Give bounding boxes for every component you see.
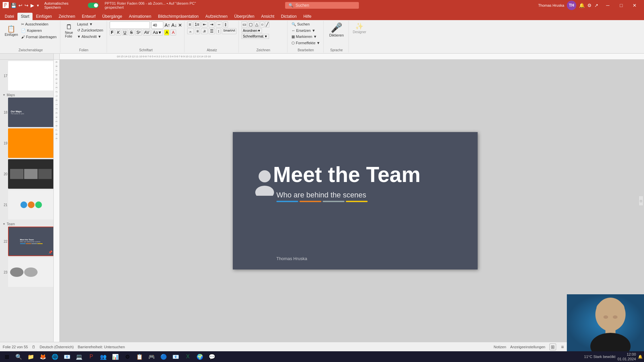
search-taskbar-button[interactable]: 🔍 <box>13 352 24 361</box>
arrange-button[interactable]: Anordnen▼ <box>241 28 262 33</box>
tab-entwurf[interactable]: Entwurf <box>78 13 99 20</box>
start-button[interactable]: ⊞ <box>1 352 12 361</box>
justify-button[interactable]: ☰ <box>209 28 215 34</box>
italic-button[interactable]: K <box>116 29 121 36</box>
accessibility-label[interactable]: Barrierefreiheit: Untersuchen <box>78 345 125 349</box>
shape-circle[interactable]: ○ <box>260 21 264 27</box>
close-button[interactable]: ✕ <box>628 0 641 11</box>
tab-bildschirm[interactable]: Bildschirmpräsentation <box>155 13 202 20</box>
tab-ansicht[interactable]: Ansicht <box>258 13 277 20</box>
shape-triangle[interactable]: △ <box>254 21 259 27</box>
notification-area[interactable]: 🔔 <box>638 355 643 359</box>
highlight-color-button[interactable]: A <box>164 29 169 36</box>
slide-view-icon[interactable]: 🗒 <box>32 345 36 349</box>
cut-button[interactable]: ✂ Ausschneiden <box>20 21 58 27</box>
canvas-area[interactable]: Meet the Team Who are behind the scenes … <box>60 60 644 342</box>
decrease-font-button[interactable]: A↓ <box>171 22 177 28</box>
slide-23-thumb[interactable] <box>8 257 54 287</box>
taskbar-teams[interactable]: 👥 <box>98 352 109 361</box>
tab-zeichnen[interactable]: Zeichnen <box>55 13 78 20</box>
tab-dictation[interactable]: Dictation <box>278 13 300 20</box>
language-label[interactable]: Deutsch (Österreich) <box>40 345 73 349</box>
notes-button[interactable]: Notizen <box>494 345 506 349</box>
replace-button[interactable]: ↔ Ersetzen ▼ <box>290 28 322 33</box>
tab-aufzeichnen[interactable]: Aufzeichnen <box>202 13 231 20</box>
tab-datei[interactable]: Datei <box>1 13 17 20</box>
view-normal-button[interactable]: ⊞ <box>549 344 556 350</box>
bold-button[interactable]: F <box>110 29 115 36</box>
shape-rounded-rect[interactable]: ▢ <box>248 21 254 27</box>
taskbar-app5[interactable]: 🔵 <box>158 352 169 361</box>
taskbar-chat[interactable]: 💬 <box>207 352 217 361</box>
font-color-button[interactable]: A <box>170 29 176 36</box>
slide-19-thumb[interactable] <box>8 128 54 158</box>
font-size-input[interactable] <box>151 21 163 29</box>
taskbar-excel[interactable]: X <box>182 352 193 361</box>
search-bar[interactable]: 🔍 <box>285 2 359 9</box>
taskbar-explorer[interactable]: 📁 <box>25 352 36 361</box>
align-right-button[interactable]: ⫡ <box>201 28 208 34</box>
bell-icon[interactable]: 🔔 <box>579 3 585 8</box>
taskbar-app4[interactable]: 🎮 <box>146 352 157 361</box>
dropdown-icon[interactable]: ▼ <box>36 4 40 7</box>
taskbar-email1[interactable]: 📧 <box>62 352 72 361</box>
line-spacing-button[interactable]: ↕ <box>216 28 221 34</box>
strikethrough-button[interactable]: S <box>129 29 134 36</box>
quick-styles-button[interactable]: Schnellformat.▼ <box>241 34 269 39</box>
restore-button[interactable]: □ <box>614 0 628 11</box>
increase-font-button[interactable]: A↑ <box>165 22 170 28</box>
slide-18-thumb[interactable]: Our Maps The works in sync <box>8 98 54 127</box>
taskbar-laptop[interactable]: 💻 <box>74 352 85 361</box>
copy-button[interactable]: 📄 Kopieren <box>20 28 58 34</box>
undo-icon[interactable]: ↩ <box>18 3 22 8</box>
align-center-button[interactable]: ≡ <box>195 28 200 34</box>
main-slide[interactable]: Meet the Team Who are behind the scenes … <box>233 132 478 269</box>
paste-button[interactable]: 📋 Einfügen <box>3 24 19 37</box>
format-copy-button[interactable]: 🖌 Format übertragen <box>20 34 58 40</box>
numbering-button[interactable]: 1≡ <box>193 21 201 27</box>
taskbar-app1[interactable]: 📊 <box>110 352 121 361</box>
view-outline-button[interactable]: ≡ <box>560 344 565 350</box>
bullets-button[interactable]: ≡ <box>187 21 192 27</box>
tab-uebergaenge[interactable]: Übergänge <box>99 13 125 20</box>
save-icon[interactable]: 💾 <box>11 3 16 8</box>
slide-20-thumb[interactable] <box>8 159 54 189</box>
share-icon[interactable]: ↗ <box>594 3 598 8</box>
spacing-button[interactable]: AV <box>143 29 151 36</box>
autosave-toggle[interactable] <box>88 3 99 8</box>
dictation-button[interactable]: 🎤 Diktieren <box>326 21 346 38</box>
taskbar-app2[interactable]: ⚙ <box>122 352 133 361</box>
indent-less-button[interactable]: ⇤ <box>202 21 208 27</box>
taskbar-app6[interactable]: 📧 <box>170 352 181 361</box>
designer-button[interactable]: ✨ Designer <box>352 21 368 35</box>
right-panel-toggle[interactable]: □ <box>639 196 643 206</box>
settings-icon[interactable]: ⚙ <box>587 3 592 8</box>
indent-more-button[interactable]: ⇥ <box>209 21 215 27</box>
slide-22-thumb[interactable]: Meet the Team Who are behind the scenes … <box>8 227 54 256</box>
shape-rect[interactable]: ▭ <box>241 21 247 27</box>
font-size-dropdown[interactable]: Aa▼ <box>152 29 163 36</box>
taskbar-chrome[interactable]: 🌐 <box>50 352 60 361</box>
section-collapse-icon[interactable]: ▼ <box>3 94 5 97</box>
font-name-input[interactable] <box>110 21 150 29</box>
align-left-button[interactable]: ⫠ <box>187 28 194 34</box>
taskbar-app3[interactable]: 📋 <box>134 352 145 361</box>
shape-line[interactable]: ╱ <box>265 21 269 27</box>
taskbar-firefox[interactable]: 🦊 <box>38 352 48 361</box>
taskbar-powerpoint[interactable]: P <box>86 352 97 361</box>
rtl-button[interactable]: ↔ <box>216 21 222 27</box>
underline-button[interactable]: U <box>122 29 128 36</box>
reset-button[interactable]: ↺ Zurücksetzen <box>76 27 105 33</box>
section-button[interactable]: ▼ Abschnitt ▼ <box>76 34 105 39</box>
shadow-button[interactable]: S² <box>135 29 142 36</box>
minimize-button[interactable]: ─ <box>601 0 614 11</box>
tab-hilfe[interactable]: Hilfe <box>300 13 315 20</box>
tab-start[interactable]: Start <box>17 13 33 20</box>
search-input[interactable] <box>296 3 349 8</box>
section-team-collapse-icon[interactable]: ▼ <box>3 223 5 226</box>
layout-button[interactable]: Layout ▼ <box>76 21 105 27</box>
slide-17-thumb[interactable] <box>8 61 54 90</box>
new-slide-button[interactable]: 🗒 NeueFolie <box>63 22 75 39</box>
redo-icon[interactable]: ↪ <box>24 3 29 8</box>
clear-format-button[interactable]: ✕ <box>178 22 182 28</box>
